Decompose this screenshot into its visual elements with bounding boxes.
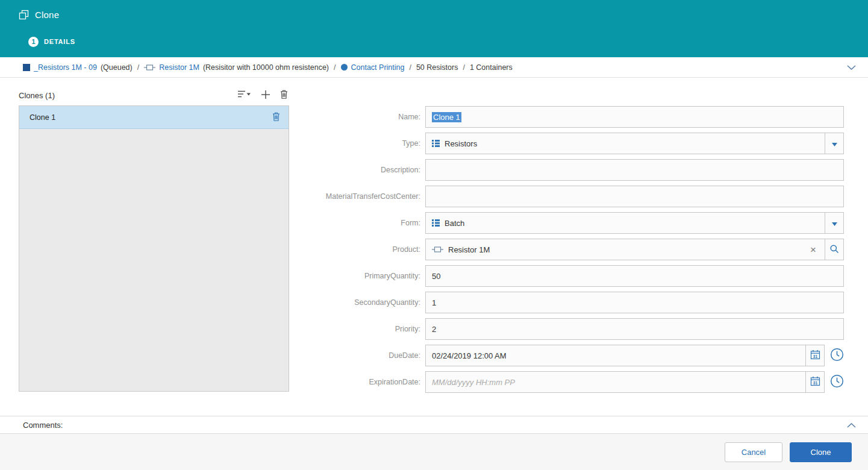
name-input[interactable]: Clone 1 <box>425 106 844 128</box>
clone-dialog: Clone 1 DETAILS _Resistors 1M - 09 (Queu… <box>0 0 868 470</box>
expiration-date-picker[interactable]: MM/dd/yyyy HH:mm PP 31 <box>425 371 825 393</box>
chevron-down-icon <box>832 219 837 228</box>
priority-value: 2 <box>432 325 436 334</box>
clone-list: Clone 1 <box>19 105 289 392</box>
clone-icon <box>19 10 29 20</box>
product-search-button[interactable] <box>825 239 843 260</box>
title-row: Clone <box>19 0 868 29</box>
calendar-icon: 31 <box>810 376 820 388</box>
expiration-date-input[interactable]: MM/dd/yyyy HH:mm PP <box>426 372 805 392</box>
form-input[interactable]: Batch <box>426 213 825 233</box>
form-combobox[interactable]: Batch <box>425 212 844 234</box>
add-icon <box>261 90 270 101</box>
due-date-label: DueDate: <box>289 351 420 360</box>
trash-icon <box>280 90 288 101</box>
form-row-form: Form: Batch <box>289 212 844 234</box>
product-label: Product: <box>289 245 420 254</box>
priority-label: Priority: <box>289 325 420 333</box>
primary-quantity-value: 50 <box>432 272 440 281</box>
type-dropdown-button[interactable] <box>825 133 843 154</box>
due-date-clock-button[interactable] <box>830 348 844 363</box>
form-row-material-transfer-cost-center: MaterialTransferCostCenter: <box>289 186 844 207</box>
primary-quantity-input[interactable]: 50 <box>425 265 844 287</box>
type-combobox[interactable]: Resistors <box>425 133 844 154</box>
form-value: Batch <box>445 219 464 228</box>
calendar-icon: 31 <box>810 349 820 362</box>
secondary-quantity-label: SecondaryQuantity: <box>289 298 420 307</box>
form-row-product: Product: Resistor 1M × <box>289 239 844 260</box>
container-square-icon <box>23 64 30 71</box>
material-transfer-cost-center-label: MaterialTransferCostCenter: <box>289 192 420 201</box>
due-date-picker[interactable]: 02/24/2019 12:00 AM 31 <box>425 345 825 366</box>
product-value: Resistor 1M <box>448 245 490 254</box>
breadcrumb-separator: / <box>409 63 411 72</box>
form-row-primary-quantity: PrimaryQuantity: 50 <box>289 265 844 287</box>
header: Clone 1 DETAILS <box>0 0 868 57</box>
quantity-text: 50 Resistors <box>416 63 458 72</box>
breadcrumb: _Resistors 1M - 09 (Queued) / Resistor 1… <box>0 57 868 78</box>
breadcrumb-item-product: Resistor 1M (Resisitor with 10000 ohm re… <box>144 63 329 72</box>
chevron-up-icon <box>847 421 856 430</box>
product-clear-button[interactable]: × <box>808 245 819 255</box>
grid-icon <box>432 140 440 147</box>
add-clone-button[interactable] <box>261 90 270 101</box>
search-icon <box>829 244 839 255</box>
main-content: Clones (1) <box>0 78 868 416</box>
breadcrumb-item-step: Contact Printing <box>341 63 405 72</box>
list-item-clone-1[interactable]: Clone 1 <box>19 106 289 129</box>
form-row-type: Type: Resistors <box>289 133 844 154</box>
comments-collapse-button[interactable] <box>845 418 858 432</box>
product-picker[interactable]: Resistor 1M × <box>425 239 844 260</box>
material-transfer-cost-center-input[interactable] <box>425 186 844 207</box>
resistor-icon <box>432 246 443 253</box>
form-dropdown-button[interactable] <box>825 213 843 233</box>
clone-details-form: Name: Clone 1 Type: <box>289 78 868 416</box>
type-label: Type: <box>289 139 420 148</box>
description-input[interactable] <box>425 159 844 181</box>
delete-clone-button[interactable] <box>280 90 288 101</box>
step-number-badge: 1 <box>28 37 39 47</box>
page-title: Clone <box>35 10 59 20</box>
form-row-due-date: DueDate: 02/24/2019 12:00 AM <box>289 345 844 366</box>
expiration-date-calendar-button[interactable]: 31 <box>805 372 824 392</box>
form-row-description: Description: <box>289 159 844 181</box>
due-date-input[interactable]: 02/24/2019 12:00 AM <box>426 345 805 366</box>
cancel-button[interactable]: Cancel <box>725 442 782 462</box>
name-value: Clone 1 <box>432 112 461 122</box>
lot-status-text: (Queued) <box>101 63 133 72</box>
chevron-down-icon <box>847 63 856 72</box>
chevron-down-icon <box>832 139 837 148</box>
type-value: Resistors <box>445 139 477 148</box>
breadcrumb-item-containers: 1 Containers <box>470 63 513 72</box>
breadcrumb-separator: / <box>334 63 336 72</box>
resistor-product-icon <box>144 64 155 71</box>
due-date-calendar-button[interactable]: 31 <box>805 345 824 366</box>
secondary-quantity-input[interactable]: 1 <box>425 292 844 313</box>
svg-text:31: 31 <box>813 354 817 359</box>
priority-input[interactable]: 2 <box>425 318 844 340</box>
row-trash-icon[interactable] <box>272 112 280 123</box>
form-row-name: Name: Clone 1 <box>289 106 844 128</box>
containers-text: 1 Containers <box>470 63 513 72</box>
clone-button[interactable]: Clone <box>790 442 852 462</box>
clones-panel: Clones (1) <box>19 87 289 416</box>
type-input[interactable]: Resistors <box>426 133 825 154</box>
breadcrumb-link-step[interactable]: Contact Printing <box>351 63 405 72</box>
form-row-priority: Priority: 2 <box>289 318 844 340</box>
wizard-steps: 1 DETAILS <box>19 29 868 54</box>
product-input[interactable]: Resistor 1M × <box>426 239 825 260</box>
tab-details[interactable]: DETAILS <box>44 38 75 45</box>
breadcrumb-link-product[interactable]: Resistor 1M <box>159 63 199 72</box>
product-description-text: (Resisitor with 10000 ohm resistence) <box>203 63 329 72</box>
clone-item-label: Clone 1 <box>30 113 55 122</box>
expiration-date-label: ExpirationDate: <box>289 378 420 386</box>
breadcrumb-link-lot[interactable]: _Resistors 1M - 09 <box>34 63 97 72</box>
comments-label: Comments: <box>23 421 63 430</box>
filter-button[interactable] <box>238 90 251 100</box>
filter-icon <box>238 90 251 100</box>
secondary-quantity-value: 1 <box>432 298 436 307</box>
footer: Cancel Clone <box>0 434 868 470</box>
expiration-date-clock-button[interactable] <box>830 374 844 390</box>
breadcrumb-collapse-button[interactable] <box>845 60 858 74</box>
expiration-date-placeholder: MM/dd/yyyy HH:mm PP <box>432 378 515 387</box>
